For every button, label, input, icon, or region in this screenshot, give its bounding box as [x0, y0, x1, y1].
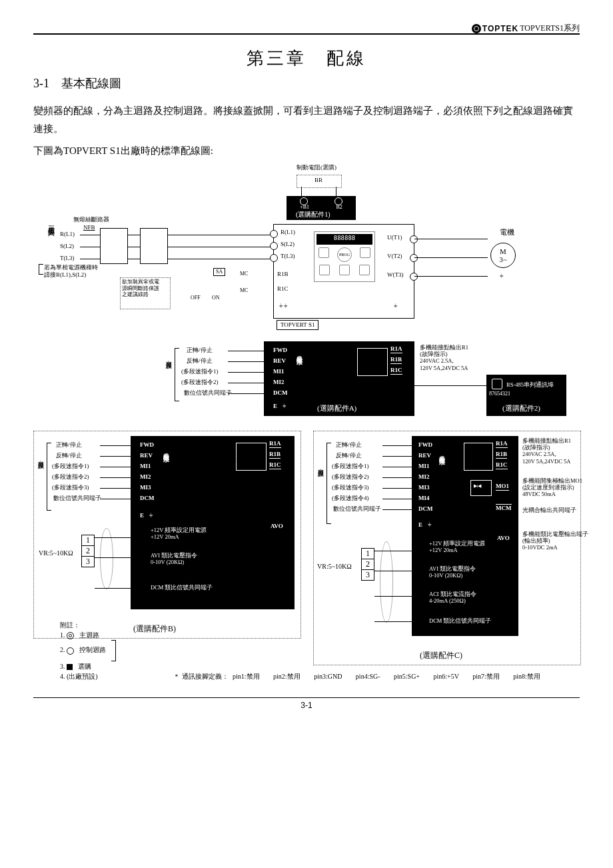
optB-label: (選購配件B): [133, 624, 176, 633]
drive-body: R(L1) S(L2) T(L3) 888888 PROG: [273, 224, 414, 319]
dcm2-b: DCM 類比信號共同端子: [151, 584, 213, 591]
avi-b: AVI 類比電壓指令 0-10V (20KΩ): [151, 552, 197, 565]
main-t: T(L3): [281, 253, 295, 260]
b1-label: +B1: [300, 204, 309, 210]
mc-label-1: MC: [240, 271, 248, 277]
single-phase-note: 若為單相電源機種時 請接R(L1),S(L2): [44, 264, 98, 279]
sa-label: SA: [213, 268, 225, 276]
DCM-c: DCM: [418, 505, 433, 513]
option-a-block: FWD REV MI1 MI2 DCM E ⏚ 多機能輸入端子 R1A R1B …: [264, 341, 414, 416]
rs485-pin: 87654321: [489, 391, 510, 397]
wiring-diagram: 制動電阻(選購) BR +B1 B2 (選購配件1) 三相電源輸入 無熔絲斷路器…: [33, 164, 580, 677]
R1C-c: R1C: [496, 461, 508, 469]
MCM-c: MCM: [496, 504, 512, 512]
MO1-c: MO1: [496, 483, 509, 491]
MI2-c: MI2: [418, 473, 430, 481]
MI1-a: MI1: [273, 368, 285, 375]
intro-paragraph-2: 下圖為TOPVERT S1出廠時的標準配線圖:: [33, 142, 580, 160]
pin4: pin4:SG-: [356, 673, 380, 680]
R1B-c: R1B: [496, 451, 507, 459]
vr1-b: 1: [82, 535, 94, 546]
ms2-b: (多段速指令2): [52, 473, 89, 481]
dcm-note-b: 數位信號共同端子: [53, 495, 101, 502]
brand-logo-icon: [472, 24, 481, 33]
section-heading: 3-1 基本配線圖: [33, 75, 580, 91]
MI3-b: MI3: [140, 484, 151, 491]
aci-c: ACI 類比電流指令 4-20mA (250Ω): [429, 591, 476, 604]
chapter-title: 第三章 配線: [33, 47, 580, 70]
MI1-c: MI1: [418, 463, 430, 470]
ms2-c: (多段速指令2): [332, 473, 369, 481]
brake-resistor-label: 制動電阻(選購): [297, 164, 336, 171]
mi-title-c: 多機能輸入端子: [438, 451, 446, 455]
R1B-b: R1B: [269, 451, 281, 459]
rl1-label: R(L1): [60, 231, 75, 238]
option-icon: [67, 664, 73, 670]
DCM-a: DCM: [273, 389, 288, 397]
DCM-b: DCM: [140, 495, 155, 502]
factory-label-B: 出廠預設: [37, 456, 45, 459]
pin-intro: ＊ 通訊接腳定義：: [173, 673, 229, 680]
p12-c: +12V 頻率設定用電源 +12V 20mA: [429, 540, 485, 553]
page-number: 3-1: [33, 701, 580, 710]
nfb-label: NFB: [83, 224, 95, 231]
ms3-b: (多段速指令3): [52, 484, 89, 491]
R1B-a: R1B: [390, 356, 402, 364]
brake-resistor-box: BR: [297, 175, 342, 188]
R1A-b: R1A: [269, 440, 281, 448]
ms4-c: (多段速指令4): [332, 495, 369, 502]
power-input-label: 三相電源輸入: [47, 221, 55, 225]
ut1: U(T1): [387, 234, 402, 241]
ms3-c: (多段速指令3): [332, 484, 369, 491]
main-circuit-icon: [67, 632, 74, 639]
vr1-c: 1: [362, 549, 374, 559]
ms1-b: (多段速指令1): [52, 463, 89, 470]
topvert-label: TOPVERT S1: [277, 320, 318, 330]
vr3-b: 3: [82, 557, 94, 567]
MI4-c: MI4: [418, 495, 430, 502]
mc-label-2: MC: [240, 287, 248, 294]
rev-stop-c: 反轉/停止: [336, 452, 362, 459]
rs485-label: RS-485串列通訊埠: [506, 381, 554, 388]
MI3-c: MI3: [418, 484, 430, 491]
R1A-c: R1A: [496, 440, 508, 448]
wt3: W(T3): [387, 271, 404, 279]
mi-title-a: 多機能輸入端子: [296, 351, 303, 355]
AVO-b: AVO: [271, 523, 283, 530]
b2-label: B2: [336, 204, 342, 210]
E-c: E: [418, 521, 422, 529]
motor-3: 3~: [491, 255, 515, 263]
MI2-b: MI2: [140, 473, 151, 481]
opt2-label: (選購配件2): [502, 404, 540, 413]
mi-title-b: 多機能輸入端子: [163, 448, 170, 453]
p12-b: +12V 頻率設定用電源 +12V 20mA: [151, 527, 207, 540]
legend-title: 附註：: [60, 621, 80, 629]
REV-a: REV: [273, 357, 286, 365]
option1-block: +B1 B2 (選購配件1): [287, 196, 356, 220]
R1C-a: R1C: [390, 367, 402, 375]
legend: 附註： 1.主迴路 2.控制迴路 3.選購 4. (出廠預設): [60, 620, 116, 681]
REV-b: REV: [140, 452, 153, 459]
optC-label: (選購配件C): [420, 651, 462, 660]
R1A-a: R1A: [390, 345, 402, 353]
vr3-c: 3: [362, 570, 374, 580]
AVO-c: AVO: [497, 535, 510, 542]
fwd-stop-c: 正轉/停止: [336, 441, 362, 449]
E-b: E: [140, 512, 144, 519]
fwd-stop-b: 正轉/停止: [56, 441, 82, 449]
tl3-label: T(L3): [60, 255, 75, 262]
pin5: pin5:SG+: [394, 673, 420, 680]
dcm-note-a: 數位信號共同端子: [184, 389, 232, 397]
pin1: pin1:禁用: [233, 673, 260, 680]
option2-block: 87654321 RS-485串列通訊埠 (選購配件2): [486, 375, 566, 416]
FWD-c: FWD: [418, 441, 432, 449]
motor-icon: M 3~: [490, 243, 516, 268]
vt2: V(T2): [387, 253, 402, 260]
main-r: R(L1): [281, 229, 295, 236]
control-circuit-icon: [67, 647, 74, 655]
on-label: ON: [212, 295, 220, 301]
mo1-note-c: 多機能開集極輸出MO1 (設定速度到達指示) 48VDC 50mA: [522, 477, 582, 498]
vr-label-b: VR:5~10KΩ: [39, 549, 73, 557]
vr-label-c: VR:5~10KΩ: [317, 563, 352, 571]
ms2-a: (多段速指令2): [181, 379, 219, 386]
